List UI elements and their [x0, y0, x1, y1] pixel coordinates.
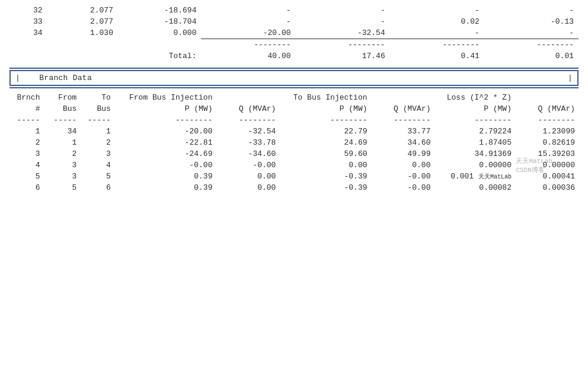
bus-angle: -18.694	[118, 5, 201, 16]
to-5: 5	[80, 171, 114, 182]
bus-v: 2.077	[47, 5, 118, 16]
lp-2: 1.87405	[434, 137, 515, 148]
tbq-4: 0.00	[371, 160, 434, 171]
page-container: 32 2.077 -18.694 - - - - 33 2.077 -18.70…	[0, 0, 588, 198]
tbp-1: 22.79	[279, 126, 370, 137]
total-pg: 40.00	[201, 50, 295, 62]
to-4: 4	[80, 160, 114, 171]
lq-2: 0.82619	[515, 137, 579, 148]
watermark-inline: 天天MatLab	[478, 174, 512, 180]
fbp-3: -24.69	[114, 148, 216, 160]
col-brnch-h1: Brnch	[9, 92, 43, 103]
fbp-4: -0.00	[114, 160, 216, 171]
tbp-5: -0.39	[279, 171, 370, 182]
col-from-h2: Bus	[43, 103, 80, 114]
bus-pg: -	[201, 5, 295, 16]
bus-pg: -20.00	[201, 27, 295, 39]
to-6: 6	[80, 182, 114, 193]
lp-1: 2.79224	[434, 126, 515, 137]
section-header: | Branch Data |	[9, 71, 579, 85]
table-row: 34 1.030 0.000 -20.00 -32.54 - -	[9, 27, 579, 39]
col-frombus-inj-q-h1	[216, 92, 279, 103]
to-1: 1	[80, 126, 114, 137]
bus-ql: -	[484, 5, 579, 16]
from-2: 1	[43, 137, 80, 148]
to-2: 2	[80, 137, 114, 148]
col-brnch-h2: #	[9, 103, 43, 114]
bus-ql: -	[484, 27, 579, 39]
total-pl: 0.41	[390, 50, 484, 62]
bus-pg: -	[201, 16, 295, 27]
fbq-2: -33.78	[216, 137, 279, 148]
bus-v: 2.077	[47, 16, 118, 27]
col-fbp-h2: P (MW)	[114, 103, 216, 114]
total-row: Total: 40.00 17.46 0.41 0.01	[9, 50, 579, 62]
col-from-h1: From	[43, 92, 80, 103]
lp-5: 0.001 天天MatLab	[434, 171, 515, 182]
bus-angle: -18.704	[118, 16, 201, 27]
tbq-5: -0.00	[371, 171, 434, 182]
fbq-4: -0.00	[216, 160, 279, 171]
bus-num: 33	[9, 16, 47, 27]
from-5: 3	[43, 171, 80, 182]
from-3: 2	[43, 148, 80, 160]
fbq-1: -32.54	[216, 126, 279, 137]
bus-qg: -32.54	[296, 27, 390, 39]
bus-pl: -	[390, 27, 484, 39]
tbp-2: 24.69	[279, 137, 370, 148]
tbq-1: 33.77	[371, 126, 434, 137]
fbp-5: 0.39	[114, 171, 216, 182]
branch-table: Brnch From To From Bus Injection To Bus …	[9, 92, 579, 193]
col-loss-p-h1: Loss (I^2 * Z)	[434, 92, 515, 103]
bus-data-table: 32 2.077 -18.694 - - - - 33 2.077 -18.70…	[9, 5, 579, 62]
bus-angle: 0.000	[118, 27, 201, 39]
bottom-separator-2	[9, 87, 579, 88]
brnch-1: 1	[9, 126, 43, 137]
col-tbq-h2: Q (MVAr)	[371, 103, 434, 114]
table-row: 5 3 5 0.39 0.00 -0.39 -0.00 0.001 天天MatL…	[9, 171, 579, 182]
brnch-6: 6	[9, 182, 43, 193]
table-row: 6 5 6 0.39 0.00 -0.39 -0.00 0.00082 0.00…	[9, 182, 579, 193]
top-separator	[9, 68, 579, 69]
brnch-5: 5	[9, 171, 43, 182]
tbp-3: 59.60	[279, 148, 370, 160]
col-tobus-inj-q-h1	[371, 92, 434, 103]
to-3: 3	[80, 148, 114, 160]
bus-v: 1.030	[47, 27, 118, 39]
col-lq-h2: Q (MVAr)	[515, 103, 579, 114]
fbq-3: -34.60	[216, 148, 279, 160]
bus-ql: -0.13	[484, 16, 579, 27]
from-4: 3	[43, 160, 80, 171]
col-to-h1: To	[80, 92, 114, 103]
lq-3: 15.39203	[515, 148, 579, 160]
table-row: 4 3 4 -0.00 -0.00 0.00 0.00 0.00000 0.00…	[9, 160, 579, 171]
tbq-2: 34.60	[371, 137, 434, 148]
table-row: 3 2 3 -24.69 -34.60 59.60 49.99 34.91369…	[9, 148, 579, 160]
col-fbq-h2: Q (MVAr)	[216, 103, 279, 114]
bus-num: 32	[9, 5, 47, 16]
fbq-6: 0.00	[216, 182, 279, 193]
lp-3: 34.91369	[434, 148, 515, 160]
header-row-1: Brnch From To From Bus Injection To Bus …	[9, 92, 579, 103]
bus-qg: -	[296, 16, 390, 27]
total-ql: 0.01	[484, 50, 579, 62]
col-tbp-h2: P (MW)	[279, 103, 370, 114]
bottom-separator	[9, 85, 579, 86]
bus-qg: -	[296, 5, 390, 16]
lp-4: 0.00000	[434, 160, 515, 171]
tbq-3: 49.99	[371, 148, 434, 160]
bus-num: 34	[9, 27, 47, 39]
lq-6: 0.00036	[515, 182, 579, 193]
tbp-6: -0.39	[279, 182, 370, 193]
tbp-4: 0.00	[279, 160, 370, 171]
lp-6: 0.00082	[434, 182, 515, 193]
bus-pl: 0.02	[390, 16, 484, 27]
col-loss-q-h1	[515, 92, 579, 103]
total-label: Total:	[118, 50, 201, 62]
header-dash-row: ----- ----- ----- -------- -------- ----…	[9, 114, 579, 126]
table-row: 1 34 1 -20.00 -32.54 22.79 33.77 2.79224…	[9, 126, 579, 137]
from-1: 34	[43, 126, 80, 137]
col-tobus-inj-p-h1: To Bus Injection	[279, 92, 370, 103]
col-to-h2: Bus	[80, 103, 114, 114]
section-title: Branch Data	[39, 74, 92, 82]
